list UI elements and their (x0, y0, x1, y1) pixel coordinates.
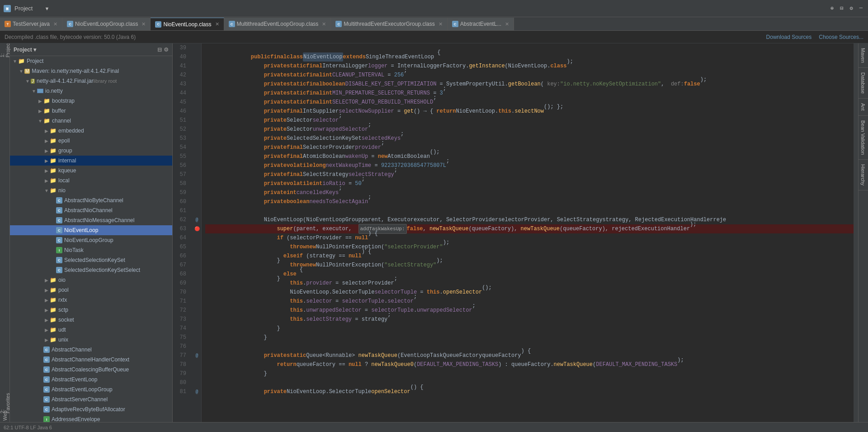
tab-close-nioeventloopgroup[interactable]: ✕ (142, 21, 146, 27)
tree-item-oio[interactable]: ▶ 📁 oio (10, 275, 172, 285)
tab-nioeventloop[interactable]: C NioEventLoop.class ✕ (151, 18, 224, 30)
tree-item-jar[interactable]: ▼ J netty-all-4.1.42.Final.jar library r… (10, 76, 172, 86)
tree-item-udt[interactable]: ▶ 📁 udt (10, 325, 172, 335)
code-line-80 (205, 378, 854, 387)
title-controls: ▼ (42, 5, 52, 12)
tree-item-selectedselectionkeyset[interactable]: ▶ C SelectedSelectionKeySet (10, 255, 172, 265)
tree-item-buffer[interactable]: ▶ 📁 buffer (10, 106, 172, 116)
ln-56: 56 (173, 161, 189, 170)
minimize-btn[interactable]: — (858, 4, 864, 13)
tree-item-nio[interactable]: ▼ 📁 nio (10, 185, 172, 195)
code-lines[interactable]: 39 40 41 42 43 44 45 46 51 52 53 54 55 5… (173, 43, 858, 422)
tab-icon-abstractevent: C (452, 21, 458, 27)
tab-nioeventloopgroup[interactable]: C NioEventLoopGroup.class ✕ (62, 18, 151, 30)
tree-item-pool[interactable]: ▶ 📁 pool (10, 285, 172, 295)
config-btn[interactable]: ⊕ (829, 4, 835, 13)
choose-sources-link[interactable]: Choose Sources... (819, 34, 863, 40)
panel-collapse-btn[interactable]: ⊟ (157, 47, 162, 53)
tree-item-project[interactable]: ▼ 📁 Project (10, 56, 172, 66)
project-panel: Project ▾ ⊟ ⚙ ▼ 📁 Project ▼ M Maven: io.… (10, 43, 173, 422)
tree-item-embedded[interactable]: ▶ 📁 embedded (10, 126, 172, 136)
maven-icon: M (24, 69, 30, 74)
class-icon-abstracteventloop: C (43, 376, 50, 383)
tree-item-epoll[interactable]: ▶ 📁 epoll (10, 136, 172, 146)
tab-abstractevent[interactable]: C AbstractEventL... ✕ (448, 18, 514, 30)
gutter-66 (193, 252, 201, 261)
tree-item-rxtx[interactable]: ▶ 📁 rxtx (10, 295, 172, 305)
tree-item-abstractniobytechannel[interactable]: ▶ C AbstractNioByteChannel (10, 195, 172, 205)
tree-label-channel: channel (52, 118, 71, 124)
class-icon-nioeventloopgroup: C (56, 237, 62, 243)
ln-60: 60 (173, 197, 189, 206)
folder-icon-kqueue: 📁 (50, 167, 57, 174)
tree-item-selectedselectionkeysetselect[interactable]: ▶ C SelectedSelectionKeySetSelect (10, 265, 172, 275)
tab-close-multithreadeventexecutorgroup[interactable]: ✕ (439, 21, 443, 27)
download-sources-link[interactable]: Download Sources (766, 34, 812, 40)
ln-72: 72 (173, 306, 189, 315)
tree-item-kqueue[interactable]: ▶ 📁 kqueue (10, 166, 172, 176)
tree-item-nioeventloopgroup[interactable]: ▶ C NioEventLoopGroup (10, 235, 172, 245)
code-line-56: private volatile long nextWakeupTime = 9… (205, 161, 854, 170)
ln-65: 65 (173, 242, 189, 252)
vertical-scrollbar[interactable] (854, 43, 858, 422)
tab-multithreadeventloopgroup[interactable]: C MultithreadEventLoopGroup.class ✕ (224, 18, 331, 30)
tree-item-bootstrap[interactable]: ▶ 📁 bootstrap (10, 96, 172, 106)
tree-item-sctp[interactable]: ▶ 📁 sctp (10, 305, 172, 315)
tree-item-local[interactable]: ▶ 📁 local (10, 176, 172, 185)
tab-close-nioeventloop[interactable]: ✕ (215, 21, 219, 27)
tree-item-socket[interactable]: ▶ 📁 socket (10, 315, 172, 325)
ln-42: 42 (173, 71, 189, 80)
tree-item-abstractchannel[interactable]: ▶ C AbstractChannel (10, 345, 172, 355)
tree-item-abstractcoalescingbufferqueue[interactable]: ▶ C AbstractCoalescingBufferQueue (10, 365, 172, 375)
tree-item-abstractserverchannel[interactable]: ▶ C AbstractServerChannel (10, 394, 172, 404)
tree-item-abstracteventloop[interactable]: ▶ C AbstractEventLoop (10, 375, 172, 385)
settings-btn[interactable]: ⚙ (848, 4, 855, 13)
tree-item-abstractniochannel[interactable]: ▶ C AbstractNioChannel (10, 205, 172, 215)
dropdown-btn[interactable]: ▼ (42, 5, 52, 12)
tree-arrow-kqueue: ▶ (43, 168, 50, 173)
left-strip-favorites[interactable]: 2: Favorites (0, 397, 9, 409)
folder-icon-oio: 📁 (50, 277, 57, 283)
tree-item-abstractchannelhandlercontext[interactable]: ▶ C AbstractChannelHandlerContext (10, 355, 172, 365)
right-tab-hierarchy[interactable]: Hierarchy (859, 160, 868, 190)
tab-label-abstractevent: AbstractEventL... (460, 21, 501, 27)
tree-item-unix[interactable]: ▶ 📁 unix (10, 335, 172, 345)
tab-close-multithreadeventloopgroup[interactable]: ✕ (322, 21, 326, 27)
tab-close-abstractevent[interactable]: ✕ (505, 21, 509, 27)
panel-settings-btn[interactable]: ⚙ (164, 47, 169, 53)
tab-close-testserver[interactable]: ✕ (53, 21, 57, 27)
right-tab-database[interactable]: Database (859, 68, 868, 99)
tree-item-niotask[interactable]: ▶ I NioTask (10, 245, 172, 255)
gutter-81: @ (193, 387, 201, 396)
tree-arrow-jar: ▼ (24, 79, 31, 84)
tree-label-abstractniobytechannel: AbstractNioByteChannel (64, 197, 123, 204)
tree-item-abstracteventloopgroup[interactable]: ▶ C AbstractEventLoopGroup (10, 385, 172, 394)
tree-label-group: group (58, 147, 72, 154)
tree-item-abstractniomessagechannel[interactable]: ▶ C AbstractNioMessageChannel (10, 215, 172, 225)
ln-61: 61 (173, 206, 189, 215)
right-tab-maven[interactable]: Maven (859, 43, 868, 68)
tab-testserver[interactable]: T TestServer.java ✕ (0, 18, 62, 30)
tree-item-nioeventloop[interactable]: ▶ C NioEventLoop (10, 225, 172, 235)
split-btn[interactable]: ⊟ (838, 4, 845, 13)
tree-item-internal[interactable]: ▶ 📁 internal (10, 156, 172, 166)
title-bar-left: ▣ Project ▼ (4, 5, 52, 12)
ln-53: 53 (173, 134, 189, 143)
left-strip-web[interactable]: Web (0, 409, 9, 422)
folder-icon-sctp: 📁 (50, 307, 57, 313)
tab-icon-multithreadeventexecutorgroup: C (335, 21, 342, 27)
code-line-40: public final class NioEventLoop extends … (205, 52, 854, 62)
tree-item-ionetty[interactable]: ▼ io.netty (10, 86, 172, 96)
gutter-70 (193, 288, 201, 297)
folder-icon-local: 📁 (50, 177, 57, 184)
gutter-72 (193, 306, 201, 315)
tree-item-group[interactable]: ▶ 📁 group (10, 146, 172, 156)
tree-item-adaptiverecvbytebufallocator[interactable]: ▶ C AdaptiveRecvByteBufAllocator (10, 404, 172, 414)
tree-item-maven[interactable]: ▼ M Maven: io.netty:netty-all:4.1.42.Fin… (10, 66, 172, 76)
right-tab-bean-validation[interactable]: Bean Validation (859, 116, 868, 160)
tab-multithreadeventexecutorgroup[interactable]: C MultithreadEventExecutorGroup.class ✕ (331, 18, 447, 30)
right-tab-ant[interactable]: Ant (859, 99, 868, 116)
tree-item-addressedenvelope[interactable]: ▶ I AddressedEnvelope (10, 414, 172, 422)
tree-item-channel[interactable]: ▼ 📁 channel (10, 116, 172, 126)
left-strip-project[interactable]: 1: Project (0, 43, 9, 56)
